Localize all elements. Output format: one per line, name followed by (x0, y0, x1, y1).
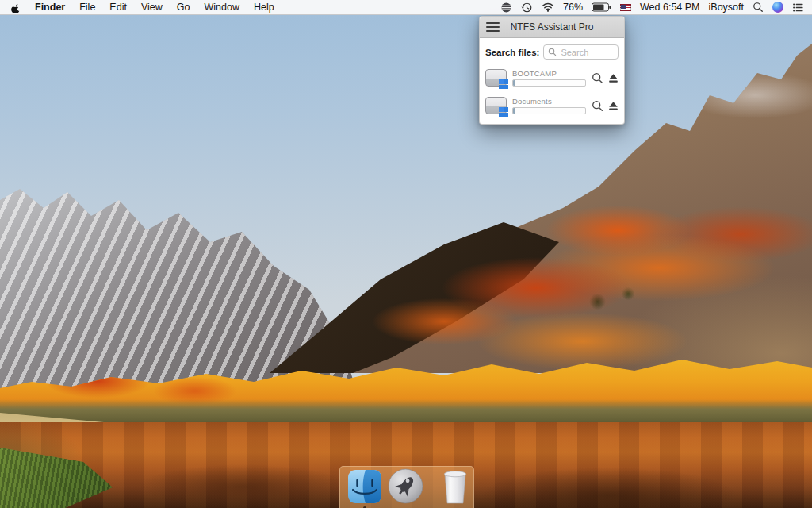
notification-center-icon[interactable] (792, 2, 804, 13)
menu-bar-clock[interactable]: Wed 6:54 PM (640, 2, 700, 13)
drive-row-bootcamp: BOOTCAMP (480, 66, 624, 87)
time-machine-icon[interactable] (521, 2, 533, 13)
drive-eject-button[interactable] (608, 73, 619, 83)
macos-screen: Finder File Edit View Go Window Help 76%… (0, 0, 812, 508)
menu-item-window[interactable]: Window (204, 2, 239, 13)
search-input[interactable] (559, 47, 614, 58)
launchpad-icon (388, 468, 423, 504)
panel-header: NTFS Assistant Pro (480, 17, 624, 38)
dock (339, 466, 474, 508)
iboysoft-menu-label[interactable]: iBoysoft (709, 2, 744, 13)
search-box[interactable] (543, 44, 619, 60)
drive-search-button[interactable] (592, 100, 603, 112)
input-source-us-flag[interactable] (620, 4, 631, 11)
menu-item-view[interactable]: View (141, 2, 163, 13)
wifi-icon[interactable] (542, 2, 554, 12)
drive-name: BOOTCAMP (512, 70, 586, 78)
desktop-wallpaper[interactable] (0, 0, 812, 508)
windows-logo-icon (499, 107, 508, 117)
panel-title: NTFS Assistant Pro (500, 21, 604, 33)
apple-menu-icon[interactable] (10, 2, 21, 13)
dock-item-trash[interactable] (439, 468, 471, 505)
drive-search-button[interactable] (592, 72, 603, 84)
drive-eject-button[interactable] (608, 101, 619, 111)
dock-item-finder[interactable] (347, 469, 382, 504)
ntfs-assistant-panel: NTFS Assistant Pro Search files: BOOTCAM… (479, 16, 625, 125)
search-row: Search files: (480, 38, 624, 64)
siri-icon[interactable] (772, 2, 783, 13)
finder-icon (347, 469, 382, 504)
spotlight-icon[interactable] (753, 2, 764, 13)
ntfs-disk-icon (485, 97, 507, 114)
iboysoft-drive-icon[interactable] (500, 2, 512, 13)
ntfs-disk-icon (485, 69, 507, 87)
flag-canton (621, 5, 626, 9)
menu-item-go[interactable]: Go (177, 2, 190, 13)
drive-usage-bar (512, 79, 586, 87)
menu-bar-status: 76% Wed 6:54 PM iBoysoft (500, 2, 812, 13)
hamburger-menu-icon[interactable] (486, 22, 500, 32)
trash-icon (439, 468, 471, 505)
battery-icon[interactable] (592, 2, 611, 12)
dock-item-launchpad[interactable] (388, 468, 423, 504)
menu-item-help[interactable]: Help (254, 2, 274, 13)
menu-item-edit[interactable]: Edit (109, 2, 127, 13)
drive-usage-fill (513, 80, 515, 86)
drive-name: Documents (512, 98, 586, 106)
drive-usage-bar (512, 107, 586, 114)
menu-item-finder[interactable]: Finder (35, 2, 65, 13)
menu-bar: Finder File Edit View Go Window Help 76%… (0, 0, 812, 15)
search-icon (548, 48, 557, 56)
menu-bar-left: Finder File Edit View Go Window Help (0, 2, 274, 13)
battery-percent-label: 76% (563, 2, 583, 13)
menu-item-file[interactable]: File (79, 2, 95, 13)
drive-row-documents: Documents (480, 94, 624, 114)
drive-usage-fill (513, 108, 515, 114)
search-files-label: Search files: (485, 48, 539, 57)
wallpaper-orange-foliage (301, 179, 812, 377)
windows-logo-icon (499, 79, 508, 89)
